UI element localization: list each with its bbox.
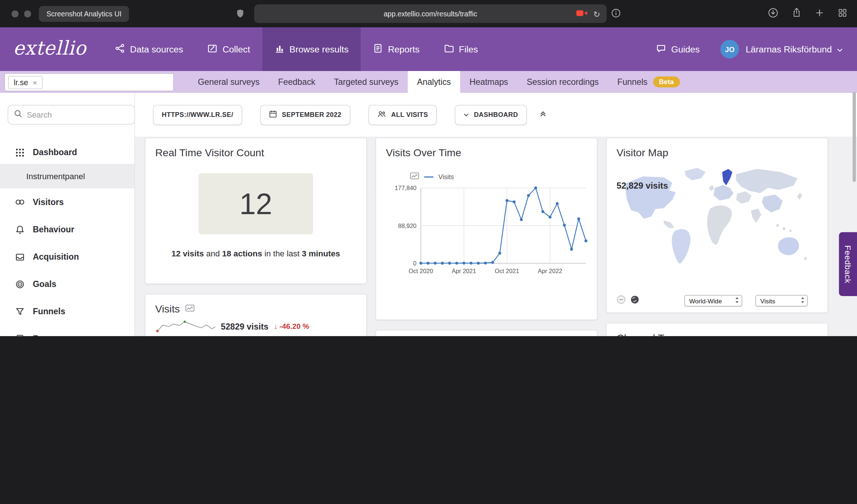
card-visitor-map: Visitor Map 52,829 visits [606,138,828,313]
reload-icon[interactable]: ↻ [593,9,600,18]
svg-text:88,920: 88,920 [398,223,416,229]
top-navigation: extellio Data sources Collect Browse res… [0,27,857,71]
caret-down-icon [463,111,469,119]
window-controls [12,10,31,17]
site-filter-input[interactable]: lr.se × [4,73,174,91]
scrollbar-thumb[interactable] [853,92,856,182]
extellio-logo[interactable]: extellio [13,37,86,59]
window-close-button[interactable] [12,10,19,17]
sidebar-item-goals[interactable]: Goals [0,271,134,298]
realtime-count-box: 12 [199,173,313,235]
view-selector-button[interactable]: DASHBOARD [455,105,527,125]
card-visits: Visits 52829 visits ↓ -46.20 % [145,294,367,336]
address-url: app.extellio.com/results/traffic [384,9,477,18]
card-title: Channel Types [617,332,818,336]
nav-label: Data sources [130,44,183,55]
avatar[interactable]: JO [720,40,739,59]
form-document-icon [14,334,25,336]
sidebar-search[interactable] [8,105,135,125]
camera-recording-icon[interactable] [576,9,588,19]
sidebar-item-visitors[interactable]: Visitors [0,189,134,216]
tab-heatmaps[interactable]: Heatmaps [460,71,517,93]
legend-label: Visits [438,173,454,181]
globe-icon[interactable] [630,295,640,307]
new-tab-icon[interactable] [815,8,825,20]
account-menu[interactable]: Lärarnas Riksförbund [746,44,843,55]
nav-label: Files [459,44,478,55]
card-title: Real Time Visitor Count [155,147,356,159]
nav-label: Browse results [289,44,348,55]
data-sources-icon [115,43,125,56]
svg-text:Oct 2021: Oct 2021 [495,268,519,274]
bar-chart-icon [274,43,285,56]
sidebar-item-instrumentpanel[interactable]: Instrumentpanel [0,164,134,189]
target-icon [14,279,25,289]
collapse-button[interactable] [539,105,547,125]
svg-text:Apr 2022: Apr 2022 [538,268,562,274]
sidebar-item-behaviour[interactable]: Behaviour [0,216,134,243]
export-image-icon[interactable] [410,172,419,182]
sidebar-item-forms[interactable]: Forms [0,325,134,336]
world-map[interactable] [617,164,819,268]
visitors-icon [14,198,25,206]
tab-feedback[interactable]: Feedback [269,71,325,93]
tab-overview-icon[interactable] [838,8,848,20]
nav-item-collect[interactable]: Collect [195,27,262,71]
map-region-select[interactable]: World-Wide [684,295,742,307]
segment-button[interactable]: ALL VISITS [368,105,437,125]
visits-value: 52829 visits [221,322,269,331]
nav-label: Collect [223,44,250,55]
browser-chrome: Screenshot Analytics UI app.extellio.com… [0,0,857,27]
address-bar[interactable]: app.extellio.com/results/traffic ↻ [254,4,607,23]
tab-session-recordings[interactable]: Session recordings [517,71,608,93]
realtime-count-value: 12 [239,187,272,221]
visits-sparkline [155,317,216,336]
card-visits-over-time: Visits Over Time Visits 088,920177,840Oc… [376,138,598,320]
reader-info-icon[interactable] [611,8,621,20]
search-input[interactable] [27,110,129,119]
people-icon [377,110,386,119]
date-range-button[interactable]: SEPTEMBER 2022 [260,105,350,125]
card-realtime-visitor-count: Real Time Visitor Count 12 12 visits and… [145,138,367,284]
nav-item-reports[interactable]: Reports [361,27,432,71]
inbox-icon [14,252,25,261]
nav-item-browse-results[interactable]: Browse results [262,27,360,71]
sidebar-item-acquisition[interactable]: Acquisition [0,243,134,271]
export-image-icon[interactable] [185,304,195,314]
nav-item-files[interactable]: Files [431,27,490,71]
sidebar-item-funnels[interactable]: Funnels [0,298,134,325]
folder-icon [443,43,454,56]
card-title: Visitor Map [617,147,818,159]
search-icon [14,109,23,120]
select-arrows-icon [735,297,740,305]
guides-button[interactable]: Guides [656,43,700,56]
tab-funnels[interactable]: Funnels Beta [608,71,689,93]
browser-tab[interactable]: Screenshot Analytics UI [39,6,129,22]
sidebar-item-dashboard[interactable]: Dashboard [0,141,134,164]
tab-general-surveys[interactable]: General surveys [189,71,269,93]
tab-analytics[interactable]: Analytics [408,71,460,93]
remove-filter-icon[interactable]: × [32,78,37,87]
download-icon[interactable] [768,7,779,20]
dashboard-grid-icon [14,148,25,157]
realtime-count-summary: 12 visits and 18 actions in the last 3 m… [155,249,356,258]
screenshot-stage: Screenshot Analytics UI app.extellio.com… [0,0,857,336]
dashboard-grid: Real Time Visitor Count 12 12 visits and… [135,137,857,336]
guides-label: Guides [671,44,700,55]
feedback-tab[interactable]: Feedback [839,232,857,296]
nav-item-data-sources[interactable]: Data sources [103,27,195,71]
tab-targeted-surveys[interactable]: Targeted surveys [325,71,408,93]
window-minimize-button[interactable] [24,10,31,17]
zoom-out-icon[interactable] [617,295,626,307]
funnel-icon [14,307,25,316]
filter-chip: lr.se × [8,76,43,89]
map-metric-select[interactable]: Visits [755,295,808,307]
select-arrows-icon [800,297,805,305]
visits-over-time-chart[interactable]: 088,920177,840Oct 2020Apr 2021Oct 2021Ap… [386,181,589,276]
privacy-shield-icon[interactable] [236,9,244,20]
toolbar: HTTPS://WWW.LR.SE/ SEPTEMBER 2022 ALL VI… [135,93,857,137]
visits-change: ↓ -46.20 % [274,322,309,331]
card-title: Visits [155,303,180,315]
share-icon[interactable] [792,7,802,20]
site-url-button[interactable]: HTTPS://WWW.LR.SE/ [153,105,242,125]
